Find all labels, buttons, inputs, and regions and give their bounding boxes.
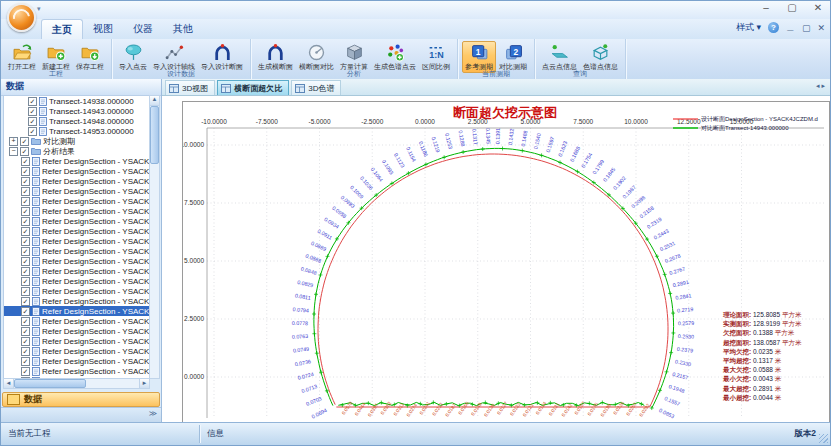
tree-item-18[interactable]: ✓Refer DesignSection - YSACK4JCZDI [4, 276, 149, 286]
tree-item-24[interactable]: ✓Refer DesignSection - YSACK4JCZDI [4, 336, 149, 346]
app-orb-icon[interactable] [7, 3, 36, 32]
scroll-left-icon[interactable]: ◄ [4, 379, 14, 388]
tree-item-7[interactable]: ✓Refer DesignSection - YSACK4JCZDI [4, 166, 149, 176]
tree-item-6[interactable]: ✓Refer DesignSection - YSACK4JCZDI [4, 156, 149, 166]
tree-checkbox[interactable]: ✓ [21, 277, 30, 286]
tree-item-3[interactable]: ✓Transect-14953.000000 [4, 126, 149, 136]
status-version: 版本2 [794, 428, 816, 440]
doc-icon [32, 157, 40, 166]
tree-checkbox[interactable]: ✓ [28, 97, 37, 106]
tree-checkbox[interactable]: ✓ [21, 357, 30, 366]
tree-item-8[interactable]: ✓Refer DesignSection - YSACK4JCZDI [4, 176, 149, 186]
help-icon[interactable]: ? [768, 22, 779, 33]
tree-checkbox[interactable]: ✓ [21, 187, 30, 196]
svg-text:0.0749: 0.0749 [293, 346, 310, 354]
status-bar: 当前无工程 信息 版本2 [1, 422, 830, 445]
svg-text:0.1345: 0.1345 [485, 128, 492, 144]
tree-item-label: Refer DesignSection - YSACK4JCZDI [42, 277, 150, 286]
tree-checkbox[interactable]: ✓ [20, 147, 29, 156]
tree-item-23[interactable]: ✓Refer DesignSection - YSACK4JCZDI [4, 326, 149, 336]
tree-checkbox[interactable]: ✓ [21, 337, 30, 346]
scrollbar-thumb[interactable] [150, 106, 159, 164]
ribbon-tab-3[interactable]: 其他 [163, 19, 203, 39]
tree-checkbox[interactable]: ✓ [21, 177, 30, 186]
collapse-icon[interactable]: − [9, 147, 18, 156]
tree-item-21[interactable]: ✓Refer DesignSection - YSACK4JCZDI [4, 306, 149, 316]
tree-item-22[interactable]: ✓Refer DesignSection - YSACK4JCZDI [4, 316, 149, 326]
tree-item-label: Refer DesignSection - YSACK4JCZDI [42, 227, 150, 236]
svg-text:0.0829: 0.0829 [297, 279, 314, 289]
expand-icon[interactable]: + [9, 137, 18, 146]
scrollbar-thumb[interactable] [14, 379, 86, 388]
ribbon-group-1: 导入点云导入设计轴线导入设计断面设计数据 [112, 39, 251, 79]
tree-item-26[interactable]: ✓Refer DesignSection - YSACK4JCZDI [4, 356, 149, 366]
tree-item-5[interactable]: −✓分析结果 [4, 146, 149, 156]
resize-grip[interactable] [819, 434, 828, 443]
tree-item-12[interactable]: ✓Refer DesignSection - YSACK4JCZDI [4, 216, 149, 226]
tree-item-9[interactable]: ✓Refer DesignSection - YSACK4JCZDI [4, 186, 149, 196]
style-dropdown[interactable]: 样式 ▾ [736, 21, 761, 34]
window-maximize-button[interactable]: ▢ [784, 2, 800, 13]
document-tab-0[interactable]: 3D视图 [165, 80, 215, 95]
tree-checkbox[interactable]: ✓ [21, 197, 30, 206]
tree-checkbox[interactable]: ✓ [21, 367, 30, 376]
tree-item-1[interactable]: ✓Transect-14943.000000 [4, 106, 149, 116]
tree-item-10[interactable]: ✓Refer DesignSection - YSACK4JCZDI [4, 196, 149, 206]
tree-vertical-scrollbar[interactable]: ▲ [149, 95, 160, 379]
tab-scroll-arrows[interactable]: ◂▸ [816, 82, 827, 90]
tree-item-15[interactable]: ✓Refer DesignSection - YSACK4JCZDI [4, 246, 149, 256]
tree-horizontal-scrollbar[interactable]: ◄ ► [3, 378, 150, 389]
tree-checkbox[interactable]: ✓ [21, 267, 30, 276]
tree-item-label: Transect-14938.000000 [49, 97, 134, 106]
tree-checkbox[interactable]: ✓ [21, 237, 30, 246]
tree-checkbox[interactable]: ✓ [28, 127, 37, 136]
tree-item-25[interactable]: ✓Refer DesignSection - YSACK4JCZDI [4, 346, 149, 356]
sidebar-collapse-strip[interactable]: ≫ [1, 407, 161, 423]
tree-checkbox[interactable]: ✓ [21, 167, 30, 176]
tree-item-17[interactable]: ✓Refer DesignSection - YSACK4JCZDI [4, 266, 149, 276]
chevron-icon: ≫ [149, 409, 157, 418]
svg-text:0.0713: 0.0713 [301, 383, 318, 394]
tree-checkbox[interactable]: ✓ [21, 207, 30, 216]
svg-text:0.1987: 0.1987 [621, 184, 637, 200]
tree-item-14[interactable]: ✓Refer DesignSection - YSACK4JCZDI [4, 236, 149, 246]
ribbon-tab-1[interactable]: 视图 [83, 19, 123, 39]
tree-item-13[interactable]: ✓Refer DesignSection - YSACK4JCZDI [4, 226, 149, 236]
sidebar-panel-data[interactable]: 数据 [2, 392, 160, 407]
window-minimize-button[interactable]: – [758, 2, 774, 13]
tree-checkbox[interactable]: ✓ [28, 117, 37, 126]
tree-checkbox[interactable]: ✓ [20, 137, 29, 146]
scroll-right-icon[interactable]: ► [139, 379, 149, 388]
tree-checkbox[interactable]: ✓ [21, 257, 30, 266]
ribbon-tab-2[interactable]: 仪器 [123, 19, 163, 39]
window-close-button[interactable]: ✕ [810, 2, 826, 13]
tree-checkbox[interactable]: ✓ [21, 217, 30, 226]
tree-checkbox[interactable]: ✓ [21, 297, 30, 306]
tree-checkbox[interactable]: ✓ [21, 247, 30, 256]
doc-close-button[interactable]: ✕ [817, 23, 825, 33]
tree-checkbox[interactable]: ✓ [21, 317, 30, 326]
tree-item-0[interactable]: ✓Transect-14938.000000 [4, 96, 149, 106]
tree-item-16[interactable]: ✓Refer DesignSection - YSACK4JCZDI [4, 256, 149, 266]
doc-minimize-button[interactable]: ＿ [786, 21, 795, 34]
tree-checkbox[interactable]: ✓ [21, 157, 30, 166]
tree-item-27[interactable]: ✓Refer DesignSection - YSACK4JCZDI [4, 366, 149, 376]
tree-item-20[interactable]: ✓Refer DesignSection - YSACK4JCZDI [4, 296, 149, 306]
document-tab-1[interactable]: 横断面超欠比 [217, 80, 289, 95]
quick-access-arrow-icon[interactable]: ▾ [37, 5, 41, 13]
tree-checkbox[interactable]: ✓ [21, 307, 30, 316]
tree-checkbox[interactable]: ✓ [21, 347, 30, 356]
ribbon-tab-0[interactable]: 主页 [41, 19, 83, 39]
tree-item-19[interactable]: ✓Refer DesignSection - YSACK4JCZDI [4, 286, 149, 296]
document-tab-2[interactable]: 3D色谱 [291, 80, 341, 95]
tree-checkbox[interactable]: ✓ [28, 107, 37, 116]
tree-checkbox[interactable]: ✓ [21, 327, 30, 336]
scroll-up-icon[interactable]: ▲ [150, 96, 159, 106]
tree-item-4[interactable]: +✓对比测期 [4, 136, 149, 146]
tree-item-2[interactable]: ✓Transect-14948.000000 [4, 116, 149, 126]
tree-checkbox[interactable]: ✓ [21, 227, 30, 236]
doc-restore-button[interactable]: ▢ [802, 23, 811, 33]
tree-checkbox[interactable]: ✓ [21, 287, 30, 296]
doc-icon [32, 177, 40, 186]
tree-item-11[interactable]: ✓Refer DesignSection - YSACK4JCZDI [4, 206, 149, 216]
